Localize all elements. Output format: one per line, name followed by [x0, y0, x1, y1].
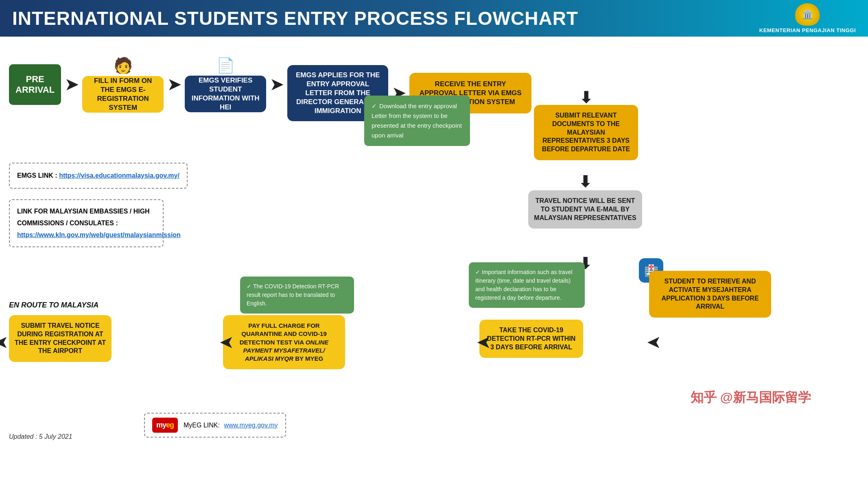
step9-box: PAY FULL CHARGE FOR QUARANTINE AND COVID…	[223, 315, 345, 369]
step2-container: 📄 EMGS VERIFIES STUDENT INFORMATION WITH…	[185, 57, 266, 112]
emgs-url-link[interactable]: https://visa.educationmalaysia.gov.my/	[59, 172, 179, 179]
tick-box-1: ✓Download the entry approval Letter from…	[364, 96, 470, 146]
page-title: INTERNATIONAL STUDENTS ENTRY PROCESS FLO…	[12, 7, 578, 29]
step5-box: SUBMIT RELEVANT DOCUMENTS TO THE MALAYSI…	[534, 105, 638, 160]
tick-box-2: ✓Important information such as travel it…	[469, 262, 585, 308]
ministry-name: KEMENTERIAN PENGAJIAN TINGGI	[759, 27, 856, 33]
en-route-label: EN ROUTE TO MALAYSIA	[9, 301, 98, 309]
myeg-link-label: MyEG LINK: www.myeg.gov.my	[184, 422, 278, 429]
pre-arrival-label: PREARRIVAL	[9, 64, 61, 105]
arrow-left-7-8: ➤	[647, 333, 660, 351]
step7-box: STUDENT TO RETRIEVE AND ACTIVATE MYSEJAH…	[649, 271, 771, 318]
embassies-label: LINK FOR MALAYSIAN EMBASSIES / HIGH COMM…	[17, 206, 155, 229]
arrow-down-step5: ⬇	[577, 173, 593, 191]
arrow-3: ➤	[266, 76, 287, 94]
step1-container: 🧑 FILL IN FORM ON THE EMGS E-REGISTRATIO…	[82, 57, 164, 113]
emgs-link-box: EMGS LINK : https://visa.educationmalays…	[9, 163, 188, 189]
step2-box: EMGS VERIFIES STUDENT INFORMATION WITH H…	[185, 76, 266, 112]
header: INTERNATIONAL STUDENTS ENTRY PROCESS FLO…	[0, 0, 868, 37]
page: INTERNATIONAL STUDENTS ENTRY PROCESS FLO…	[0, 0, 868, 488]
step10-box: SUBMIT TRAVEL NOTICE DURING REGISTRATION…	[9, 315, 112, 362]
person-icon: 🧑	[114, 57, 133, 74]
myeg-logo: myeg	[152, 418, 178, 433]
doc-icon: 📄	[216, 57, 235, 74]
crest-icon: 🏛️	[795, 3, 820, 26]
tick-box-3: ✓The COVID-19 Detection RT-PCR result re…	[240, 277, 354, 314]
arrow-final: ➤	[0, 333, 7, 351]
myeg-url-link[interactable]: www.myeg.gov.my	[224, 422, 278, 429]
embassies-url-link[interactable]: https://www.kln.gov.my/web/guest/malaysi…	[17, 231, 181, 238]
step1-box: FILL IN FORM ON THE EMGS E-REGISTRATION …	[82, 76, 164, 113]
arrow-1: ➤	[61, 76, 82, 94]
arrow-2: ➤	[164, 76, 185, 94]
step8-box: TAKE THE COVID-19 DETECTION RT-PCR WITHI…	[479, 320, 583, 358]
embassies-link-box: LINK FOR MALAYSIAN EMBASSIES / HIGH COMM…	[9, 199, 164, 247]
arrow-left-8-9: ➤	[477, 333, 490, 351]
ministry-logo: 🏛️ KEMENTERIAN PENGAJIAN TINGGI	[759, 3, 856, 33]
arrow-down-step4: ⬇	[570, 89, 602, 107]
step6-box: TRAVEL NOTICE WILL BE SENT TO STUDENT VI…	[528, 190, 642, 229]
watermark: 知乎 @新马国际留学	[691, 389, 811, 407]
myeg-link-box: myeg MyEG LINK: www.myeg.gov.my	[144, 413, 286, 438]
arrow-left-9-10: ➤	[220, 333, 233, 351]
updated-text: Updated : 5 July 2021	[9, 433, 72, 440]
